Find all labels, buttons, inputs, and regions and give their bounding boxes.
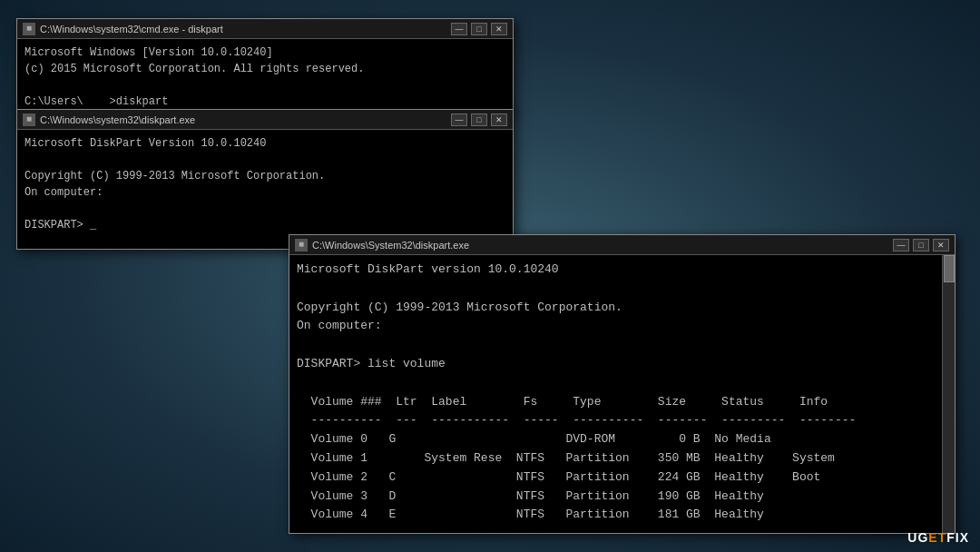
cmd-title-text: C:\Windows\system32\cmd.exe - diskpart <box>40 24 223 34</box>
diskpart-large-title-bar: ■ C:\Windows\System32\diskpart.exe — □ ✕ <box>289 235 955 255</box>
watermark: UGETFIX <box>907 530 969 545</box>
minimize-button-2[interactable]: — <box>451 113 467 126</box>
diskpart-icon-large: ■ <box>295 239 308 251</box>
cmd-icon: ■ <box>23 23 35 35</box>
diskpart-oncomputer: On computer: <box>297 319 382 332</box>
diskpart-small-content: Microsoft DiskPart Version 10.0.10240 Co… <box>17 130 513 239</box>
diskpart-large-window: ■ C:\Windows\System32\diskpart.exe — □ ✕… <box>289 234 956 534</box>
minimize-button-3[interactable]: — <box>893 239 909 251</box>
title-bar-left-3: ■ C:\Windows\System32\diskpart.exe <box>295 239 469 251</box>
diskpart-large-title-text: C:\Windows\System32\diskpart.exe <box>312 240 469 251</box>
diskpart-copyright: Copyright (C) 1999-2013 Microsoft Corpor… <box>297 301 622 314</box>
title-bar-controls-2: — □ ✕ <box>451 113 507 126</box>
volume-row-0: Volume 0 G DVD-ROM 0 B No Media <box>297 432 792 446</box>
diskpart-header: Microsoft DiskPart version 10.0.10240 <box>297 262 559 276</box>
volume-row-1: Volume 1 System Rese NTFS Partition 350 … <box>297 451 835 465</box>
volume-row-4: Volume 4 E NTFS Partition 181 GB Healthy <box>297 508 792 521</box>
close-button-2[interactable]: ✕ <box>491 113 507 126</box>
watermark-et: ET <box>928 530 946 545</box>
diskpart-command: DISKPART> list volume <box>297 357 446 370</box>
volume-row-3: Volume 3 D NTFS Partition 190 GB Healthy <box>297 489 792 503</box>
diskpart-small-window: ■ C:\Windows\system32\diskpart.exe — □ ✕… <box>16 109 514 250</box>
scrollbar-thumb[interactable] <box>944 255 955 282</box>
diskpart-large-content: Microsoft DiskPart version 10.0.10240 Co… <box>289 255 955 533</box>
minimize-button[interactable]: — <box>451 23 467 35</box>
title-bar-left: ■ C:\Windows\system32\cmd.exe - diskpart <box>23 23 223 35</box>
title-bar-left-2: ■ C:\Windows\system32\diskpart.exe <box>23 113 195 126</box>
diskpart-icon-small: ■ <box>23 113 35 126</box>
maximize-button[interactable]: □ <box>471 23 487 35</box>
close-button[interactable]: ✕ <box>491 23 507 35</box>
table-header: Volume ### Ltr Label Fs Type Size Status… <box>297 395 828 409</box>
maximize-button-2[interactable]: □ <box>471 113 487 126</box>
scrollbar[interactable] <box>942 255 955 533</box>
cmd-window: ■ C:\Windows\system32\cmd.exe - diskpart… <box>16 18 514 113</box>
cmd-title-bar: ■ C:\Windows\system32\cmd.exe - diskpart… <box>17 19 513 39</box>
title-bar-controls-3: — □ ✕ <box>893 239 949 251</box>
close-button-3[interactable]: ✕ <box>933 239 949 251</box>
diskpart-small-title-text: C:\Windows\system32\diskpart.exe <box>40 114 195 125</box>
diskpart-large-inner: Microsoft DiskPart version 10.0.10240 Co… <box>289 255 955 533</box>
title-bar-controls: — □ ✕ <box>451 23 507 35</box>
watermark-fix: FIX <box>946 530 969 545</box>
cmd-console-content: Microsoft Windows [Version 10.0.10240] (… <box>17 39 513 115</box>
watermark-ug: UG <box>907 530 928 545</box>
maximize-button-3[interactable]: □ <box>913 239 929 251</box>
diskpart-small-title-bar: ■ C:\Windows\system32\diskpart.exe — □ ✕ <box>17 110 513 130</box>
table-separator: ---------- --- ----------- ----- -------… <box>297 413 856 427</box>
volume-row-2: Volume 2 C NTFS Partition 224 GB Healthy… <box>297 470 820 484</box>
